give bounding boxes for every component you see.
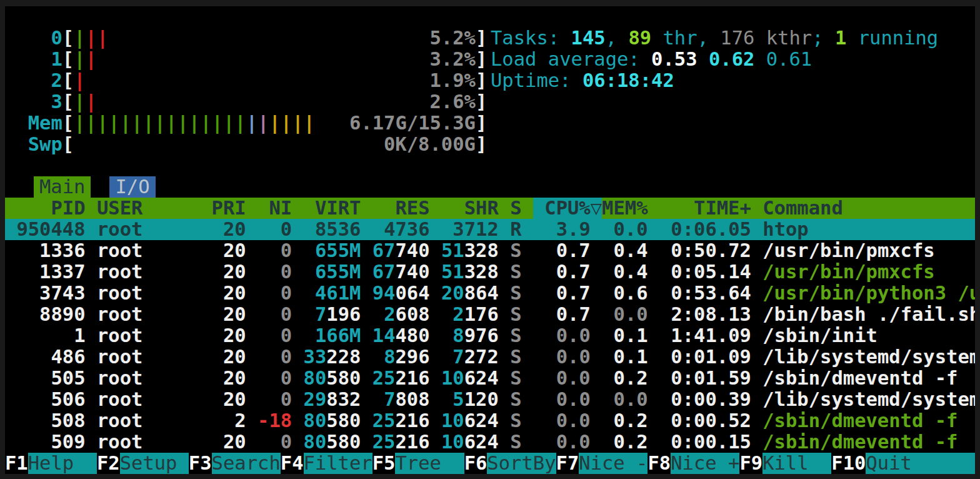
time-cell: 2:08.13	[671, 304, 751, 325]
cpu-cell: 0.0	[556, 346, 591, 368]
process-row[interactable]: 3743 root 20 0 461M 94064 20864 S 0.7 0.…	[5, 283, 975, 304]
meter-open-bracket: [	[62, 91, 74, 113]
column-header-pri[interactable]: PRI	[212, 198, 246, 219]
user-cell: root	[97, 219, 142, 240]
meter-close-bracket: ]	[476, 70, 487, 91]
value-kb-part: 580	[326, 368, 361, 389]
column-header-time[interactable]: TIME+	[694, 198, 751, 219]
value-mb-part: 80	[304, 368, 327, 389]
fn-action-label: Quit	[866, 452, 911, 474]
fn-action-quit[interactable]: Quit	[866, 453, 975, 474]
value-mb-part: 25	[372, 368, 396, 389]
column-header-virt[interactable]: VIRT	[315, 198, 361, 219]
fn-key-f5[interactable]: F5	[372, 453, 396, 474]
meter-bar-red: |	[86, 49, 97, 70]
fn-key-f8[interactable]: F8	[648, 453, 671, 474]
user-cell: root	[97, 410, 142, 431]
value-mb-part: 10	[441, 368, 464, 389]
command-cell: htop	[762, 219, 808, 240]
process-row[interactable]: 508 root 2 -18 80580 25216 10624 S 0.0 0…	[5, 410, 975, 431]
process-row[interactable]: 1336 root 20 0 655M 67740 51328 S 0.7 0.…	[5, 240, 975, 261]
cpu-cell: 0.0	[556, 325, 591, 346]
fn-action-search[interactable]: Search	[212, 453, 281, 474]
mem-cell: 0.6	[613, 283, 648, 304]
meter-bar-green: |	[74, 28, 85, 49]
value-mb-part: 25	[372, 431, 396, 453]
meter-value: 1.9%	[429, 70, 475, 91]
fn-action-setup[interactable]: Setup	[120, 453, 189, 474]
column-header-user[interactable]: USER	[97, 198, 142, 219]
meter-value: 2.6%	[429, 91, 475, 113]
value-kb-part: 740	[395, 240, 429, 261]
fn-action-sortby[interactable]: SortBy	[487, 453, 556, 474]
user-cell: root	[97, 283, 142, 304]
value-mb-part: 25	[372, 410, 396, 431]
value-mb-part: 51	[441, 261, 464, 283]
fn-action-help[interactable]: Help	[28, 453, 97, 474]
fn-action-nice-[interactable]: Nice +	[671, 453, 739, 474]
column-header-res[interactable]: RES	[395, 198, 429, 219]
pid-cell: 1336	[39, 240, 85, 261]
process-row[interactable]: 1 root 20 0 166M 14480 8976 S 0.0 0.1 1:…	[5, 325, 975, 346]
cpu-cell: 0.0	[556, 368, 591, 389]
meter-label: 0	[51, 28, 62, 49]
value-kb-part: 120	[464, 389, 499, 410]
process-row[interactable]: 506 root 20 0 29832 7808 5120 S 0.0 0.0 …	[5, 389, 975, 410]
value-mb-part: 80	[304, 431, 327, 453]
column-header-pid[interactable]: PID	[51, 198, 85, 219]
fn-action-filter[interactable]: Filter	[304, 453, 372, 474]
value-kb-part: 624	[464, 410, 499, 431]
command-cell: /sbin/init	[762, 325, 878, 346]
fn-key-f6[interactable]: F6	[464, 453, 488, 474]
mem-cell: 0.0	[614, 389, 648, 410]
value-kb-part: 216	[395, 368, 429, 389]
column-header-ni[interactable]: NI	[269, 198, 292, 219]
column-header-command[interactable]: Command	[762, 198, 843, 219]
ni-cell: 0	[281, 240, 292, 261]
load-segment: Load average:	[491, 49, 651, 70]
column-header-mem[interactable]: MEM%	[602, 198, 648, 219]
process-row[interactable]: 950448 root 20 0 8536 4736 3712 R 3.9 0.…	[5, 219, 975, 240]
process-row[interactable]: 486 root 20 0 33228 8296 7272 S 0.0 0.1 …	[5, 346, 975, 368]
s-cell: S	[510, 325, 521, 346]
value-mb-part: 7	[384, 389, 395, 410]
command-cell: /sbin/dmeventd -f	[762, 431, 958, 453]
fn-key-f1[interactable]: F1	[5, 453, 28, 474]
process-row[interactable]: 8890 root 20 0 7196 2608 2176 S 0.7 0.0 …	[5, 304, 975, 325]
fn-key-f3[interactable]: F3	[189, 453, 212, 474]
process-row[interactable]: 509 root 20 0 80580 25216 10624 S 0.0 0.…	[5, 431, 975, 453]
s-cell: S	[510, 283, 521, 304]
pri-cell: 20	[223, 346, 246, 368]
process-row[interactable]: 505 root 20 0 80580 25216 10624 S 0.0 0.…	[5, 368, 975, 389]
column-header-shr[interactable]: SHR	[464, 198, 499, 219]
fn-key-f2[interactable]: F2	[97, 453, 120, 474]
fn-key-f4[interactable]: F4	[281, 453, 304, 474]
column-header-s[interactable]: S	[510, 198, 521, 219]
fn-key-f10[interactable]: F10	[831, 453, 866, 474]
value-mb-part: 7	[452, 346, 464, 368]
meter-cpu1: 1[|| 3.2%]	[5, 49, 487, 70]
column-header-cpu[interactable]: CPU%	[544, 198, 590, 219]
meter-open-bracket: [	[62, 49, 74, 70]
fn-key-f9[interactable]: F9	[739, 453, 762, 474]
value-mb-part: 67	[372, 240, 396, 261]
tab-io[interactable]: I/O	[109, 176, 155, 198]
load-segment: 0.62	[709, 49, 754, 70]
pri-cell: 20	[223, 368, 246, 389]
fn-action-nice-[interactable]: Nice -	[579, 453, 648, 474]
time-cell: 0:00.39	[671, 389, 751, 410]
value-kb-part: 624	[464, 368, 499, 389]
fn-action-kill[interactable]: Kill	[762, 453, 831, 474]
sort-column-cell[interactable]: CPU%▽	[533, 198, 602, 219]
tab-main[interactable]: Main	[34, 176, 91, 198]
fn-action-tree[interactable]: Tree	[395, 453, 464, 474]
ni-cell: 0	[281, 389, 292, 410]
pid-cell: 506	[51, 389, 85, 410]
fn-key-f7[interactable]: F7	[556, 453, 579, 474]
process-row[interactable]: 1337 root 20 0 655M 67740 51328 S 0.7 0.…	[5, 261, 975, 283]
value-kb-part: 328	[464, 240, 499, 261]
pri-cell: 20	[223, 389, 246, 410]
screen-tabs: MainI/O	[5, 176, 156, 198]
user-cell: root	[97, 368, 142, 389]
value-kb-part: 808	[396, 389, 430, 410]
